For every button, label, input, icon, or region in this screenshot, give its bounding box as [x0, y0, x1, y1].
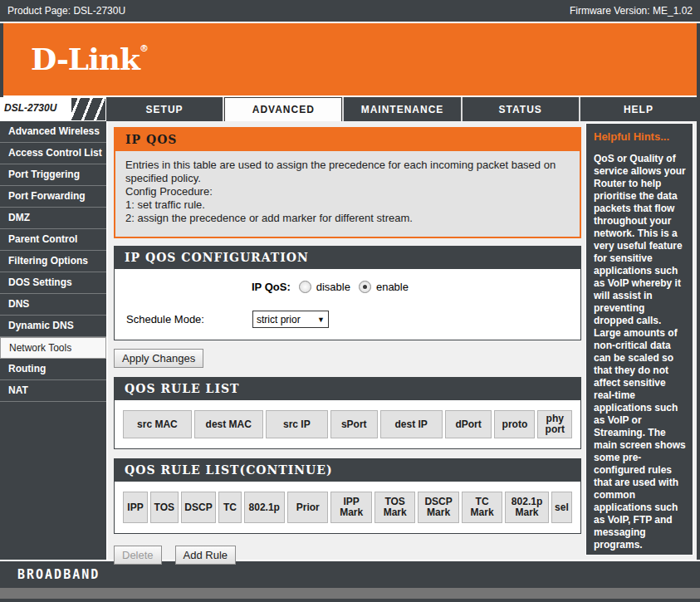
schedule-mode-label: Schedule Mode: — [126, 313, 252, 325]
qos-rule-list-header-row: src MAC dest MAC src IP sPort dest IP dP… — [115, 400, 580, 448]
sidebar-item-access-control-list[interactable]: Access Control List — [0, 143, 106, 164]
tab-advanced[interactable]: ADVANCED — [224, 97, 342, 121]
main-tab-bar: DSL-2730U SETUP ADVANCED MAINTENANCE STA… — [0, 97, 700, 121]
tab-strip: SETUP ADVANCED MAINTENANCE STATUS HELP — [106, 97, 700, 121]
ip-qos-enable-radio[interactable] — [359, 281, 371, 293]
description-line: 2: assign the precedence or add marker f… — [125, 212, 570, 225]
main-panel: IP QOS Entries in this table are used to… — [108, 121, 581, 560]
qos-rule-list-continue-header-row: IPP TOS DSCP TC 802.1p Prior IPP Mark TO… — [115, 482, 580, 533]
sidebar-item-port-triggering[interactable]: Port Triggering — [0, 164, 106, 186]
diagonal-stripes-decoration — [71, 98, 105, 120]
sidebar-item-port-forwarding[interactable]: Port Forwarding — [0, 186, 106, 208]
description-line: Config Procedure: — [125, 185, 570, 198]
firmware-version-label: Firmware Version: ME_1.02 — [570, 5, 693, 17]
ip-qos-radio-row: IP QoS: disable enable — [115, 276, 580, 297]
qos-rule-list-title: QOS RULE LIST — [115, 378, 580, 400]
column-header-dest-ip: dest IP — [380, 410, 443, 438]
description-line: Entries in this table are used to assign… — [125, 159, 570, 185]
ip-qos-label: IP QoS: — [252, 281, 291, 293]
ip-qos-configuration-title: IP QOS CONFIGURATION — [115, 247, 580, 269]
column-header-phy-port: phy port — [537, 410, 572, 438]
qos-rule-list-continue-title: QOS RULE LIST(CONTINUE) — [115, 459, 580, 482]
column-header-prior: Prior — [287, 492, 328, 523]
helpful-hints-title: Helpful Hints... — [594, 130, 686, 143]
schedule-mode-row: Schedule Mode: strict prior ▼ — [115, 311, 580, 328]
column-header-8021p-mark: 802.1p Mark — [505, 492, 548, 523]
ip-qos-description: Entries in this table are used to assign… — [115, 151, 580, 237]
column-header-tos: TOS — [150, 492, 179, 523]
schedule-mode-select[interactable]: strict prior ▼ — [252, 311, 329, 328]
column-header-proto: proto — [494, 410, 535, 438]
delete-button[interactable]: Delete — [114, 546, 162, 565]
column-header-dscp: DSCP — [181, 492, 217, 523]
column-header-dest-mac: dest MAC — [194, 410, 263, 438]
column-header-src-ip: src IP — [266, 410, 328, 438]
helpful-hints-panel: Helpful Hints... QoS or Quality of servi… — [585, 123, 693, 556]
chevron-down-icon: ▼ — [317, 316, 325, 324]
product-page-label: Product Page: DSL-2730U — [7, 5, 125, 17]
column-header-sel: sel — [551, 492, 572, 523]
router-admin-page: Product Page: DSL-2730U Firmware Version… — [0, 0, 700, 602]
tab-maintenance[interactable]: MAINTENANCE — [344, 97, 460, 121]
sidebar-item-dos-settings[interactable]: DOS Settings — [0, 272, 106, 294]
ip-qos-disable-radio[interactable] — [299, 281, 311, 293]
brand-banner: D-Link® — [3, 23, 697, 97]
registered-mark: ® — [140, 43, 149, 54]
add-rule-button[interactable]: Add Rule — [175, 546, 236, 565]
qos-rule-list-section: QOS RULE LIST src MAC dest MAC src IP sP… — [114, 377, 581, 449]
qos-rule-list-continue-section: QOS RULE LIST(CONTINUE) IPP TOS DSCP TC … — [114, 458, 581, 534]
model-name-tab: DSL-2730U — [0, 97, 106, 121]
column-header-tc-mark: TC Mark — [462, 492, 502, 523]
content-area: Advanced Wireless Access Control List Po… — [0, 121, 700, 560]
column-header-ipp: IPP — [123, 492, 148, 523]
schedule-mode-value: strict prior — [257, 314, 301, 325]
apply-changes-button[interactable]: Apply Changes — [114, 349, 203, 368]
column-header-dport: dPort — [445, 410, 492, 438]
sidebar-item-dns[interactable]: DNS — [0, 294, 106, 316]
ip-qos-configuration-section: IP QOS CONFIGURATION IP QoS: disable ena… — [114, 246, 581, 340]
sidebar-item-nat[interactable]: NAT — [0, 380, 106, 402]
sidebar-item-filtering-options[interactable]: Filtering Options — [0, 251, 106, 272]
column-header-dscp-mark: DSCP Mark — [418, 492, 458, 523]
broadband-logo: BROADBAND — [17, 567, 100, 583]
ip-qos-intro-section: IP QOS Entries in this table are used to… — [114, 127, 581, 238]
sidebar-item-routing[interactable]: Routing — [0, 359, 106, 380]
bottom-strip — [0, 588, 700, 599]
model-name-label: DSL-2730U — [0, 98, 71, 120]
column-header-ipp-mark: IPP Mark — [330, 492, 371, 523]
tab-help[interactable]: HELP — [580, 97, 697, 121]
left-nav-sidebar: Advanced Wireless Access Control List Po… — [0, 121, 108, 560]
column-header-8021p: 802.1p — [244, 492, 285, 523]
dlink-logo: D-Link® — [31, 42, 149, 76]
tab-status[interactable]: STATUS — [463, 97, 579, 121]
sidebar-item-network-tools[interactable]: Network Tools — [0, 337, 106, 359]
sidebar-item-dmz[interactable]: DMZ — [0, 208, 106, 229]
helpful-hints-text: QoS or Quality of service allows your Ro… — [594, 153, 686, 551]
ip-qos-section-title: IP QOS — [115, 129, 580, 151]
column-header-tos-mark: TOS Mark — [374, 492, 415, 523]
hints-column: Helpful Hints... QoS or Quality of servi… — [581, 121, 700, 560]
sidebar-item-dynamic-dns[interactable]: Dynamic DNS — [0, 316, 106, 337]
tab-setup[interactable]: SETUP — [106, 97, 223, 121]
ip-qos-disable-label: disable — [316, 281, 350, 293]
top-status-bar: Product Page: DSL-2730U Firmware Version… — [0, 0, 700, 23]
sidebar-item-advanced-wireless[interactable]: Advanced Wireless — [0, 121, 106, 143]
column-header-src-mac: src MAC — [123, 410, 192, 438]
description-line: 1: set traffic rule. — [125, 198, 570, 212]
sidebar-item-parent-control[interactable]: Parent Control — [0, 229, 106, 251]
column-header-sport: sPort — [330, 410, 378, 438]
ip-qos-enable-label: enable — [376, 281, 409, 293]
column-header-tc: TC — [218, 492, 241, 523]
ip-qos-configuration-body: IP QoS: disable enable Schedule Mode: st… — [115, 269, 580, 340]
